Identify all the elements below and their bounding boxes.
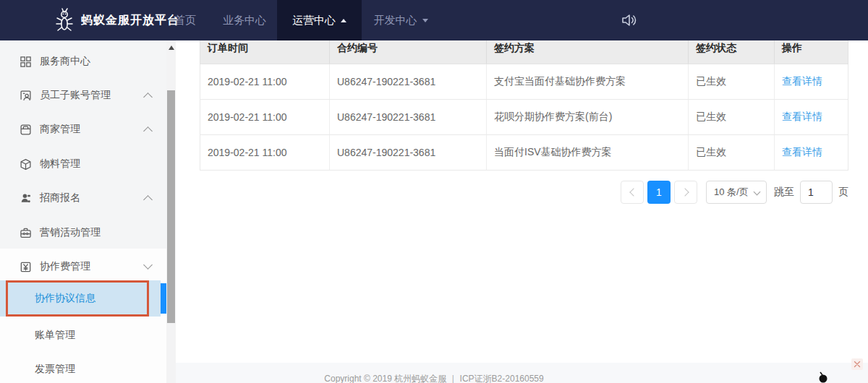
sidebar-item-service-provider-center[interactable]: 服务商中心: [0, 44, 166, 79]
table-row: 2019-02-21 11:00 U86247-190221-3681 花呗分期…: [200, 100, 848, 135]
team-icon: [20, 90, 32, 102]
sidebar-item-material-mgmt[interactable]: 物料管理: [0, 147, 166, 181]
nav-item-dev-center[interactable]: 开发中心: [367, 0, 434, 40]
sidebar-subitem-collab-agreement-info[interactable]: 协作协议信息: [0, 280, 161, 317]
sidebar-subitem-invoice-mgmt[interactable]: 发票管理: [0, 352, 161, 383]
jump-page-input[interactable]: [800, 181, 833, 204]
chevron-left-icon: [629, 188, 637, 196]
chevron-down-icon: [143, 260, 153, 270]
chevron-right-icon: [681, 188, 689, 196]
col-header-order-time: 订单时间: [200, 40, 330, 64]
scrollbar-thumb[interactable]: [167, 90, 175, 323]
pagination: 1 10 条/页 跳至 页: [621, 181, 848, 204]
selected-item-indicator-bar: [161, 283, 166, 314]
view-detail-link[interactable]: 查看详情: [782, 146, 822, 159]
col-header-action: 操作: [775, 40, 848, 64]
feedback-widget-icon[interactable]: [816, 371, 830, 383]
table-row: 2019-02-21 11:00 U86247-190221-3681 支付宝当…: [200, 64, 848, 100]
sidebar-item-merchant-mgmt[interactable]: 商家管理: [0, 112, 166, 147]
nav-item-home[interactable]: 首页: [165, 0, 205, 40]
jump-to-label: 跳至: [774, 186, 794, 199]
ant-logo-icon: [54, 7, 75, 33]
col-header-sign-status: 签约状态: [689, 40, 775, 64]
prev-page-button[interactable]: [621, 181, 644, 204]
yuan-icon: [20, 261, 32, 273]
box-icon: [20, 158, 32, 171]
chevron-down-icon: [754, 189, 761, 196]
table-header-row: 订单时间 合约编号 签约方案 签约状态 操作: [200, 40, 848, 64]
close-icon[interactable]: [851, 358, 863, 370]
sidebar-item-collab-fee-mgmt[interactable]: 协作费管理: [0, 249, 166, 284]
nav-item-business-center[interactable]: 业务中心: [218, 0, 271, 40]
shop-icon: [20, 124, 32, 136]
volume-icon[interactable]: [621, 12, 638, 29]
scrollbar-up-arrow-icon[interactable]: [169, 46, 174, 50]
toolbox-icon: [20, 227, 32, 239]
view-detail-link[interactable]: 查看详情: [782, 111, 822, 124]
app: 蚂蚁金服开放平台 首页 业务中心 运营中心 开发中心 4: [0, 0, 868, 383]
caret-up-icon: [341, 19, 346, 22]
brand: 蚂蚁金服开放平台: [54, 0, 179, 40]
next-page-button[interactable]: [674, 181, 697, 204]
user-icon: [20, 192, 32, 205]
sidebar-scrollbar[interactable]: [166, 40, 176, 383]
sidebar-item-sub-account-mgmt[interactable]: 员工子账号管理: [0, 78, 166, 113]
agreement-table: 订单时间 合约编号 签约方案 签约状态 操作 2019-02-21 11:00 …: [200, 40, 848, 171]
table-row: 2019-02-21 11:00 U86247-190221-3681 当面付I…: [200, 135, 848, 171]
col-header-sign-plan: 签约方案: [487, 40, 689, 64]
sidebar-item-marketing-activity-mgmt[interactable]: 营销活动管理: [0, 215, 166, 250]
top-navbar: 蚂蚁金服开放平台 首页 业务中心 运营中心 开发中心 4: [0, 0, 868, 40]
grid-icon: [20, 56, 32, 68]
sidebar-item-investment-signup[interactable]: 招商报名: [0, 181, 166, 215]
view-detail-link[interactable]: 查看详情: [782, 75, 822, 88]
page-unit-label: 页: [838, 186, 848, 199]
chevron-up-icon: [143, 126, 153, 136]
nav-item-operation-center[interactable]: 运营中心: [277, 0, 362, 40]
sidebar: 服务商中心 员工子账号管理 商家管理: [0, 40, 166, 383]
current-page-button[interactable]: 1: [647, 181, 671, 204]
sidebar-subitem-bill-mgmt[interactable]: 账单管理: [0, 318, 161, 353]
page-size-select[interactable]: 10 条/页: [706, 181, 767, 204]
chevron-up-icon: [143, 195, 153, 205]
col-header-contract-no: 合约编号: [330, 40, 487, 64]
chevron-up-icon: [143, 92, 153, 102]
caret-down-icon: [422, 19, 428, 22]
